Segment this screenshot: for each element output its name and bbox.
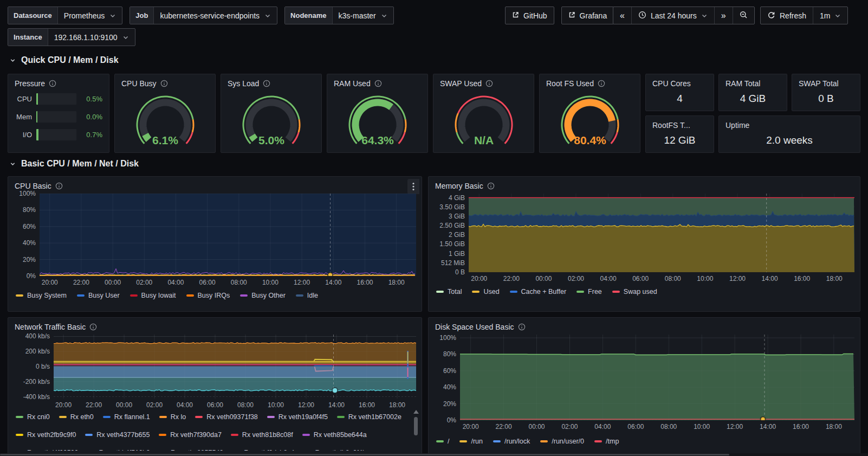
refresh-button[interactable]: Refresh: [761, 7, 813, 24]
legend-item[interactable]: Idle: [296, 292, 318, 299]
info-icon[interactable]: [263, 80, 270, 87]
section-basic-cpu-mem-net-disk[interactable]: Basic CPU / Mem / Net / Disk: [10, 159, 139, 169]
legend-item[interactable]: Cache + Buffer: [510, 288, 567, 296]
legend-item[interactable]: Rx veth4377b655: [85, 431, 150, 439]
legend-item[interactable]: Busy Iowait: [130, 292, 176, 299]
panel-cpu-basic: CPU Basic 0%20%40%60%80%100% 20:0022:000…: [8, 176, 422, 312]
gauge[interactable]: 64.3%: [327, 90, 427, 152]
horizontal-scrollbar[interactable]: [0, 453, 868, 456]
info-icon[interactable]: [487, 182, 495, 190]
legend-item[interactable]: /tmp: [594, 438, 619, 445]
panel-title: Network Traffic Basic: [15, 323, 86, 331]
legend-item[interactable]: Busy System: [16, 292, 67, 299]
time-shift-forward-button[interactable]: »: [714, 7, 733, 24]
x-tick-label: 14:00: [328, 401, 345, 409]
variable-datasource-dropdown[interactable]: Prometheus: [57, 7, 122, 24]
variable-instance-dropdown[interactable]: 192.168.1.10:9100: [48, 29, 135, 46]
legend-item[interactable]: /run/lock: [493, 438, 530, 445]
x-axis: 20:0022:0000:0002:0004:0006:0008:0010:00…: [54, 400, 416, 410]
info-icon[interactable]: [55, 182, 63, 190]
legend-item[interactable]: Rx veth19a0f4f5: [267, 413, 328, 421]
info-icon[interactable]: [485, 80, 493, 87]
chart-plot[interactable]: [40, 194, 416, 276]
legend-item[interactable]: Total: [436, 288, 462, 296]
gauge[interactable]: N/A: [433, 90, 534, 152]
legend-item[interactable]: Rx veth7f390da7: [159, 431, 222, 439]
legend-scrollbar[interactable]: [413, 410, 419, 452]
zoom-out-button[interactable]: [733, 7, 754, 24]
y-tick-label: 1 GiB: [449, 250, 465, 258]
legend-label: Rx vethb4f510b9: [99, 449, 151, 451]
legend-item[interactable]: Rx veth09371f38: [195, 413, 258, 421]
legend-swatch: [337, 416, 345, 418]
legend-item[interactable]: Rx cni0: [16, 413, 50, 421]
info-icon[interactable]: [49, 80, 56, 87]
legend-label: Rx veth7f390da7: [170, 431, 222, 439]
info-icon[interactable]: [374, 80, 382, 87]
x-tick-label: 20:00: [55, 401, 72, 409]
time-range-button[interactable]: Last 24 hours: [631, 7, 714, 24]
x-tick-label: 02:00: [136, 279, 152, 286]
chart-plot[interactable]: [54, 335, 416, 399]
legend-swatch: [130, 294, 138, 297]
variable-job: Job kubernetes-service-endpoints: [129, 7, 277, 24]
legend-item[interactable]: Rx eth0: [59, 413, 94, 421]
legend-item[interactable]: Rx vethf9dcb8c4: [232, 449, 294, 451]
chart-plot[interactable]: [469, 194, 854, 272]
github-link-button[interactable]: GitHub: [505, 7, 554, 24]
legend-label: Swap used: [624, 288, 657, 296]
y-tick-label: 60%: [23, 223, 36, 230]
time-shift-back-button[interactable]: «: [613, 7, 631, 24]
legend-label: Cache + Buffer: [521, 288, 567, 296]
legend-item[interactable]: Busy User: [77, 292, 120, 299]
legend-item[interactable]: Rx veth1b67002e: [337, 413, 401, 421]
svg-text:6.1%: 6.1%: [152, 134, 178, 146]
pressure-value: 0.7%: [81, 131, 102, 139]
grafana-link-button[interactable]: Grafana: [561, 7, 614, 24]
info-icon[interactable]: [160, 80, 168, 87]
legend-item[interactable]: Rx vethdb8e9f4b: [303, 449, 366, 451]
section-quick-cpu-mem-disk[interactable]: Quick CPU / Mem / Disk: [10, 55, 119, 65]
legend-item[interactable]: Used: [472, 288, 499, 296]
y-tick-label: 200 kb/s: [25, 348, 50, 355]
legend-label: /run/lock: [504, 438, 530, 445]
variable-instance-value: 192.168.1.10:9100: [54, 33, 118, 42]
info-icon[interactable]: [598, 80, 605, 87]
legend-item[interactable]: Busy Other: [240, 292, 286, 299]
y-tick-label: 60%: [443, 367, 456, 375]
legend-swatch: [195, 416, 203, 418]
gauge[interactable]: 80.4%: [540, 90, 640, 152]
legend-item[interactable]: Rx vethb4f510b9: [88, 449, 151, 451]
legend-item[interactable]: Rx lo: [159, 413, 186, 421]
info-icon[interactable]: [89, 323, 97, 331]
panel-title: Disk Space Used Basic: [435, 323, 514, 331]
legend-item[interactable]: Busy IRQs: [186, 292, 230, 299]
info-icon[interactable]: [518, 323, 526, 331]
legend-item[interactable]: Swap used: [612, 288, 657, 296]
legend-item[interactable]: Rx vethc8857549: [159, 449, 223, 451]
legend-item[interactable]: Rx veth81b8c08f: [231, 431, 293, 439]
variable-nodename-dropdown[interactable]: k3s-master: [332, 7, 393, 24]
legend-item[interactable]: /run/user/0: [540, 438, 584, 445]
scrollbar-thumb[interactable]: [414, 417, 418, 435]
stat-title: CPU Cores: [652, 79, 707, 88]
panel-menu-button[interactable]: [407, 179, 419, 194]
gauge[interactable]: 5.0%: [221, 90, 321, 152]
legend-item[interactable]: /run: [459, 438, 483, 445]
x-tick-label: 22:00: [496, 423, 512, 431]
scroll-up-icon[interactable]: [413, 410, 419, 414]
legend-item[interactable]: Rx veth2fb9c9f0: [16, 431, 76, 439]
legend-label: /tmp: [606, 438, 619, 445]
y-tick-label: 1.50 GiB: [439, 240, 465, 248]
refresh-interval-dropdown[interactable]: 1m: [813, 7, 847, 24]
gauge[interactable]: 6.1%: [115, 90, 215, 152]
chart-plot[interactable]: [460, 335, 854, 420]
legend-item[interactable]: Free: [576, 288, 602, 296]
legend-swatch: [267, 416, 275, 418]
scrollbar-thumb[interactable]: [0, 454, 729, 455]
variable-job-dropdown[interactable]: kubernetes-service-endpoints: [153, 7, 277, 24]
legend-item[interactable]: Rx flannel.1: [103, 413, 150, 421]
legend-item[interactable]: Rx veth85be644a: [302, 431, 367, 439]
legend-item[interactable]: Rx vethd4f09599: [16, 449, 79, 451]
legend-item[interactable]: /: [436, 438, 449, 445]
